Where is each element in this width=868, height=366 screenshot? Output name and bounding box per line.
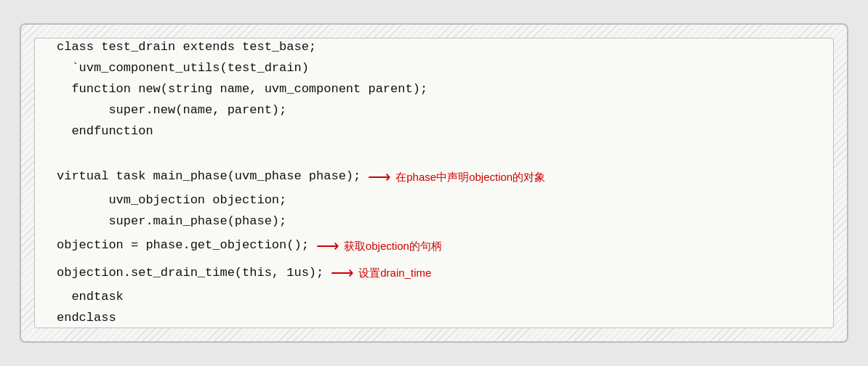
- annotation-3: ⟶ 设置drain_time: [324, 259, 431, 286]
- code-text-1: class test_drain extends test_base;: [57, 37, 316, 58]
- code-line-4: super.new(name, parent);: [57, 100, 811, 121]
- arrow-icon-2: ⟶: [316, 232, 339, 259]
- code-line-9: objection = phase.get_objection(); ⟶ 获取o…: [57, 232, 811, 259]
- code-text-11: endtask: [57, 287, 124, 308]
- annotation-2: ⟶ 获取objection的句柄: [309, 232, 442, 259]
- code-text-6: virtual task main_phase(uvm_phase phase)…: [57, 166, 361, 187]
- outer-container: class test_drain extends test_base; `uvm…: [20, 23, 848, 343]
- code-text-10: objection.set_drain_time(this, 1us);: [57, 263, 324, 284]
- code-line-7: uvm_objection objection;: [57, 190, 811, 211]
- code-line-12: endclass: [57, 308, 811, 329]
- inner-box: class test_drain extends test_base; `uvm…: [34, 38, 834, 328]
- code-line-blank: [57, 142, 811, 163]
- code-text-3: function new(string name, uvm_component …: [57, 79, 427, 100]
- code-line-8: super.main_phase(phase);: [57, 211, 811, 232]
- code-line-1: class test_drain extends test_base;: [57, 37, 811, 58]
- arrow-icon-3: ⟶: [331, 259, 354, 286]
- code-line-6: virtual task main_phase(uvm_phase phase)…: [57, 163, 811, 190]
- code-line-10: objection.set_drain_time(this, 1us); ⟶ 设…: [57, 259, 811, 286]
- code-line-11: endtask: [57, 287, 811, 308]
- annotation-1: ⟶ 在phase中声明objection的对象: [361, 163, 545, 190]
- code-text-8: super.main_phase(phase);: [57, 211, 286, 232]
- annotation-text-2: 获取objection的句柄: [344, 237, 442, 256]
- code-text-7: uvm_objection objection;: [57, 190, 286, 211]
- code-block: class test_drain extends test_base; `uvm…: [57, 37, 811, 328]
- code-text-9: objection = phase.get_objection();: [57, 235, 309, 256]
- annotation-text-3: 设置drain_time: [358, 264, 431, 282]
- arrow-icon-1: ⟶: [368, 163, 391, 190]
- code-text-12: endclass: [57, 308, 116, 329]
- code-line-3: function new(string name, uvm_component …: [57, 79, 811, 100]
- code-text-5: endfunction: [57, 121, 153, 142]
- code-text-4: super.new(name, parent);: [57, 100, 286, 121]
- annotation-text-1: 在phase中声明objection的对象: [395, 168, 545, 187]
- code-line-2: `uvm_component_utils(test_drain): [57, 58, 811, 79]
- code-text-2: `uvm_component_utils(test_drain): [57, 58, 309, 79]
- code-line-5: endfunction: [57, 121, 811, 142]
